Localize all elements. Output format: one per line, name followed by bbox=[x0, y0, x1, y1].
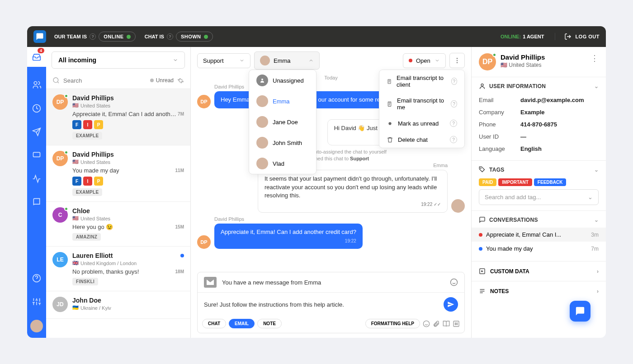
nav-inbox[interactable]: 4 bbox=[27, 47, 46, 67]
floating-chat-button[interactable] bbox=[570, 301, 590, 322]
filter-dropdown[interactable]: All incoming bbox=[52, 51, 185, 69]
tab-note[interactable]: NOTE bbox=[257, 319, 282, 328]
nav-activity[interactable] bbox=[31, 173, 42, 184]
attach-icon[interactable] bbox=[433, 320, 440, 327]
hash-icon[interactable] bbox=[453, 320, 460, 327]
conversations-toggle[interactable]: CONVERSATIONS ⌄ bbox=[479, 216, 599, 223]
emoji-icon[interactable] bbox=[423, 320, 430, 327]
department-dropdown[interactable]: Support bbox=[197, 53, 250, 68]
more-action-option[interactable]: Mark as unread? bbox=[379, 115, 464, 131]
search-icon bbox=[52, 77, 60, 84]
message: Emma It seems that your last payment did… bbox=[197, 163, 465, 213]
team-status-pill[interactable]: ONLINE bbox=[99, 32, 136, 42]
current-user-avatar[interactable] bbox=[30, 320, 43, 332]
chat-status-pill[interactable]: SHOWN bbox=[176, 32, 213, 42]
system-message: You assigned this chat to Support bbox=[197, 156, 465, 161]
topbar: OUR TEAM IS ? ONLINE CHAT IS ? SHOWN ONL… bbox=[27, 26, 606, 47]
svg-point-4 bbox=[53, 78, 58, 83]
avatar: DP bbox=[479, 53, 496, 70]
more-button[interactable] bbox=[449, 53, 465, 68]
send-button[interactable] bbox=[444, 297, 458, 312]
more-action-option[interactable]: Email transcript to me? bbox=[379, 93, 464, 115]
conversations-list: All incoming Unread DP David Phillips 🇺🇸… bbox=[46, 47, 191, 338]
nav-history[interactable] bbox=[31, 103, 42, 114]
svg-point-12 bbox=[451, 279, 458, 286]
tag-search-input[interactable]: Search and add tag... ⌄ bbox=[479, 189, 599, 205]
data-icon bbox=[479, 268, 486, 275]
unread-filter[interactable]: Unread bbox=[150, 77, 174, 84]
logout-button[interactable]: LOG OUT bbox=[555, 33, 600, 40]
nav-monitor[interactable] bbox=[31, 150, 42, 161]
formatting-help[interactable]: FORMATTING HELP bbox=[365, 319, 420, 328]
nav-send[interactable] bbox=[31, 126, 42, 137]
nav-rail: 4 bbox=[27, 47, 46, 338]
assignee-option[interactable]: John Smith bbox=[249, 132, 316, 153]
conversation-view: Support Emma Open UnassignedEmmaJane Doe… bbox=[191, 47, 471, 338]
conversation-item[interactable]: LE Lauren Elliott 🇬🇧United Kingdom / Lon… bbox=[46, 247, 190, 291]
notes-icon bbox=[479, 288, 486, 294]
chevron-down-icon: ⌄ bbox=[588, 194, 593, 201]
contact-more-button[interactable]: ⋮ bbox=[590, 53, 599, 63]
conversation-item[interactable]: C Chloe 🇺🇸United States Here you go 😉15M… bbox=[46, 202, 190, 247]
new-message-notice[interactable]: You have a new message from Emma bbox=[198, 272, 464, 293]
tab-chat[interactable]: CHAT bbox=[202, 319, 226, 328]
svg-rect-2 bbox=[33, 152, 40, 157]
help-icon[interactable]: ? bbox=[167, 33, 173, 40]
composer: You have a new message from Emma Sure! J… bbox=[197, 272, 465, 333]
message: David Phillips DP Appreciate it, Emma! C… bbox=[197, 216, 465, 249]
conversation-item[interactable]: JD John Doe 🇺🇦Ukraine / Kyiv bbox=[46, 291, 190, 319]
nav-settings[interactable] bbox=[31, 296, 42, 307]
more-action-option[interactable]: Delete chat? bbox=[379, 131, 464, 148]
contact-location: 🇺🇸 United States bbox=[501, 62, 545, 68]
search-input[interactable] bbox=[63, 77, 146, 84]
conversation-item[interactable]: DP David Phillips 🇺🇸United States You ma… bbox=[46, 145, 190, 202]
related-conversation[interactable]: You made my day7m bbox=[479, 242, 599, 256]
more-action-option[interactable]: Email transcript to client? bbox=[379, 70, 464, 93]
chevron-down-icon bbox=[173, 57, 178, 63]
notes-toggle[interactable]: NOTES › bbox=[472, 281, 606, 301]
contact-name: David Phillips bbox=[501, 53, 545, 61]
team-label: OUR TEAM IS bbox=[54, 34, 87, 39]
tag-pill[interactable]: IMPORTANT bbox=[498, 178, 532, 186]
conversation-item[interactable]: DP David Phillips 🇺🇸United States Apprec… bbox=[46, 89, 190, 145]
team-status-group: OUR TEAM IS ? ONLINE bbox=[54, 32, 136, 42]
assignee-menu: UnassignedEmmaJane DoeJohn SmithVlad bbox=[249, 70, 316, 174]
chevron-up-icon bbox=[308, 58, 314, 63]
user-icon bbox=[479, 83, 486, 89]
details-panel: DP David Phillips 🇺🇸 United States ⋮ USE… bbox=[471, 47, 606, 338]
user-info-toggle[interactable]: USER INFORMATION ⌄ bbox=[479, 83, 599, 89]
online-agents: ONLINE:1 AGENT bbox=[501, 34, 544, 39]
book-icon[interactable] bbox=[443, 320, 450, 327]
svg-point-0 bbox=[34, 82, 37, 85]
related-conversation[interactable]: Appreciate it, Emma! Can I...3m bbox=[472, 228, 606, 242]
status-dropdown[interactable]: Open bbox=[403, 53, 446, 68]
compose-input[interactable]: Sure! Just follow the instructions from … bbox=[204, 301, 439, 308]
tag-icon bbox=[479, 166, 486, 173]
custom-data-toggle[interactable]: CUSTOM DATA › bbox=[472, 261, 606, 281]
assignee-option[interactable]: Vlad bbox=[249, 153, 316, 174]
assignee-dropdown[interactable]: Emma bbox=[254, 51, 320, 70]
assignee-option[interactable]: Emma bbox=[249, 91, 316, 112]
nav-docs[interactable] bbox=[31, 197, 42, 208]
nav-users[interactable] bbox=[31, 79, 42, 90]
emoji-icon[interactable] bbox=[450, 278, 458, 286]
tag-pill[interactable]: FEEDBACK bbox=[534, 178, 567, 186]
info-row: User ID— bbox=[479, 131, 599, 143]
inbox-badge: 4 bbox=[38, 48, 44, 53]
tags-toggle[interactable]: TAGS ⌄ bbox=[479, 166, 599, 173]
info-row: LanguageEnglish bbox=[479, 143, 599, 155]
assignee-option[interactable]: Unassigned bbox=[249, 70, 316, 91]
info-row: Phone414-870-6875 bbox=[479, 118, 599, 131]
assignee-option[interactable]: Jane Doe bbox=[249, 112, 316, 132]
info-row: CompanyExample bbox=[479, 106, 599, 118]
gear-icon[interactable] bbox=[177, 77, 184, 84]
tag-pill[interactable]: PAID bbox=[479, 178, 496, 186]
tab-email[interactable]: EMAIL bbox=[229, 319, 255, 328]
svg-point-16 bbox=[481, 168, 481, 168]
help-icon[interactable]: ? bbox=[90, 33, 96, 40]
nav-help[interactable] bbox=[31, 273, 42, 284]
app-logo[interactable] bbox=[33, 30, 46, 43]
info-row: Emaildavid.p@example.com bbox=[479, 94, 599, 106]
svg-point-8 bbox=[261, 79, 263, 80]
svg-point-5 bbox=[457, 58, 458, 59]
